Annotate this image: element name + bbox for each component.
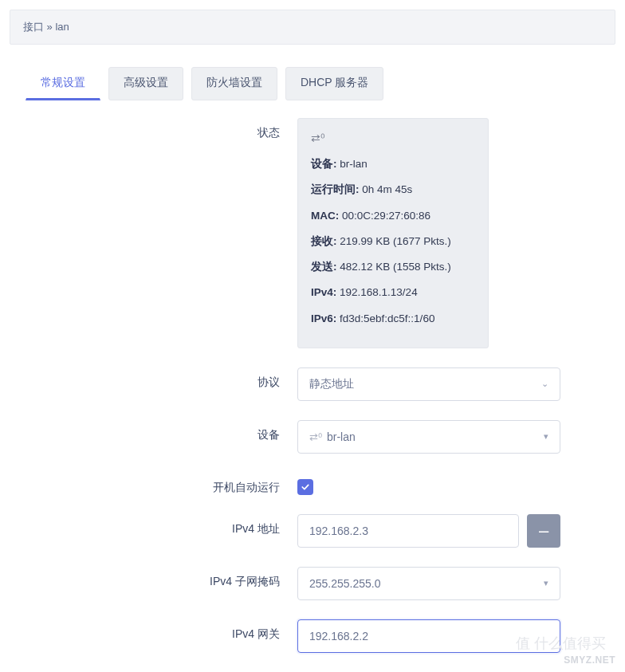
status-mac-label: MAC: <box>311 210 339 222</box>
row-protocol: 协议 静态地址 ⌄ <box>22 367 603 401</box>
bridge-icon: ⇄⁰ <box>309 431 322 443</box>
watermark-bg: 值 什么值得买 <box>516 634 606 653</box>
breadcrumb-part2: lan <box>55 21 69 33</box>
status-uptime-label: 运行时间: <box>311 183 360 195</box>
ipv4-addr-input[interactable] <box>297 514 519 548</box>
tab-firewall[interactable]: 防火墙设置 <box>191 67 277 100</box>
check-icon <box>301 482 310 492</box>
status-uptime-value: 0h 4m 45s <box>362 183 412 195</box>
row-status: 状态 ⇄⁰ 设备: br-lan 运行时间: 0h 4m 45s MAC: 00… <box>22 118 603 348</box>
ipv4-gateway-field[interactable] <box>309 630 548 643</box>
form: 状态 ⇄⁰ 设备: br-lan 运行时间: 0h 4m 45s MAC: 00… <box>0 108 625 672</box>
label-device: 设备 <box>22 420 297 442</box>
bridge-icon: ⇄⁰ <box>311 130 475 147</box>
ipv4-mask-select[interactable]: 255.255.255.0 ▾ <box>297 567 560 600</box>
caret-down-icon: ▾ <box>544 431 548 442</box>
watermark: SMYZ.NET <box>564 654 615 666</box>
status-ipv4-value: 192.168.1.13/24 <box>340 286 418 298</box>
status-ipv4-label: IPv4: <box>311 286 336 298</box>
label-ipv4-addr: IPv4 地址 <box>22 514 297 536</box>
device-value: br-lan <box>327 430 356 443</box>
status-ipv6-label: IPv6: <box>311 312 336 324</box>
label-autostart: 开机自动运行 <box>22 473 297 495</box>
ipv4-mask-value: 255.255.255.0 <box>309 577 381 590</box>
status-rx-label: 接收: <box>311 235 337 247</box>
autostart-checkbox[interactable] <box>297 479 313 495</box>
label-status: 状态 <box>22 118 297 140</box>
status-tx-value: 482.12 KB (1558 Pkts.) <box>340 261 451 273</box>
label-ipv4-mask: IPv4 子网掩码 <box>22 567 297 589</box>
remove-button[interactable]: – <box>527 514 560 548</box>
row-device: 设备 ⇄⁰br-lan ▾ <box>22 420 603 454</box>
breadcrumb-sep: » <box>44 21 55 33</box>
tab-advanced[interactable]: 高级设置 <box>108 67 183 100</box>
row-ipv4-mask: IPv4 子网掩码 255.255.255.0 ▾ <box>22 567 603 600</box>
status-rx-value: 219.99 KB (1677 Pkts.) <box>340 235 451 247</box>
tabs: 常规设置 高级设置 防火墙设置 DHCP 服务器 <box>0 67 625 100</box>
ipv4-addr-field[interactable] <box>309 525 507 537</box>
status-tx-label: 发送: <box>311 261 337 273</box>
breadcrumb: 接口 » lan <box>10 10 615 45</box>
status-mac-value: 00:0C:29:27:60:86 <box>342 210 430 222</box>
status-device-value: br-lan <box>340 158 368 170</box>
row-ipv4-addr: IPv4 地址 – <box>22 514 603 548</box>
tab-dhcp[interactable]: DHCP 服务器 <box>285 67 383 100</box>
row-autostart: 开机自动运行 <box>22 473 603 495</box>
caret-down-icon: ▾ <box>544 578 548 588</box>
device-select[interactable]: ⇄⁰br-lan ▾ <box>297 420 560 454</box>
label-protocol: 协议 <box>22 367 297 390</box>
label-ipv4-gateway: IPv4 网关 <box>22 619 297 642</box>
breadcrumb-part1[interactable]: 接口 <box>23 21 44 33</box>
status-device-label: 设备: <box>311 158 337 170</box>
protocol-select[interactable]: 静态地址 ⌄ <box>297 367 560 401</box>
tab-general[interactable]: 常规设置 <box>26 67 100 100</box>
protocol-value: 静态地址 <box>309 377 354 391</box>
status-box: ⇄⁰ 设备: br-lan 运行时间: 0h 4m 45s MAC: 00:0C… <box>297 118 489 348</box>
status-ipv6-value: fd3d:5ebf:dc5f::1/60 <box>340 312 434 324</box>
chevron-down-icon: ⌄ <box>541 379 548 389</box>
